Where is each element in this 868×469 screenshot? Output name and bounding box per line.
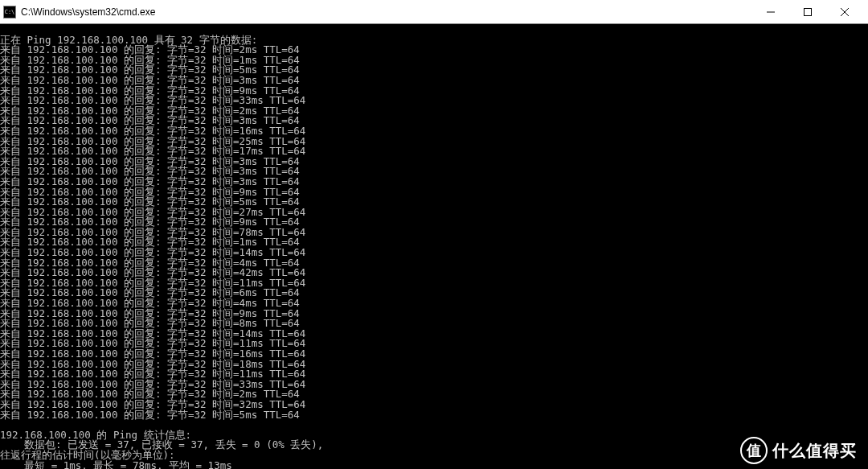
watermark: 值 什么值得买 bbox=[740, 437, 857, 464]
svg-rect-1 bbox=[805, 8, 812, 15]
minimize-button[interactable] bbox=[752, 0, 789, 24]
close-button[interactable] bbox=[826, 0, 863, 24]
window-title: C:\Windows\system32\cmd.exe bbox=[21, 6, 155, 18]
titlebar[interactable]: C:\ C:\Windows\system32\cmd.exe bbox=[0, 0, 868, 24]
watermark-badge-icon: 值 bbox=[740, 437, 768, 464]
maximize-button[interactable] bbox=[789, 0, 826, 24]
watermark-text: 什么值得买 bbox=[772, 440, 857, 462]
cmd-icon: C:\ bbox=[3, 6, 16, 19]
console-output[interactable]: 正在 Ping 192.168.100.100 具有 32 字节的数据: 来自 … bbox=[0, 24, 868, 469]
cmd-window: C:\ C:\Windows\system32\cmd.exe 正在 Ping … bbox=[0, 0, 868, 469]
window-controls bbox=[752, 0, 863, 24]
